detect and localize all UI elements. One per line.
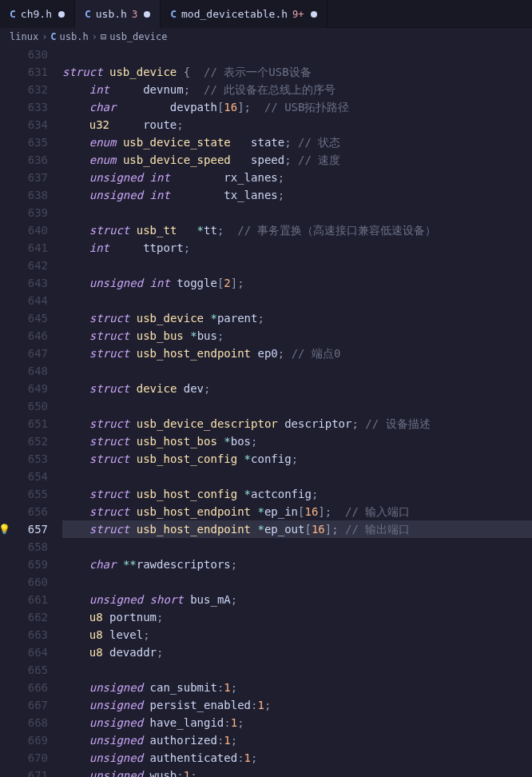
tab-label: mod_devicetable.h	[181, 8, 288, 20]
line-number: 647	[0, 345, 48, 362]
line-number: 668	[0, 714, 48, 731]
code-line[interactable]	[62, 661, 532, 679]
tab-badge: 9+	[292, 9, 304, 20]
line-number: 642	[0, 257, 48, 274]
code-line[interactable]: unsigned int rx_lanes;	[62, 169, 532, 186]
code-line[interactable]	[62, 292, 532, 309]
c-file-icon: C	[50, 31, 56, 42]
chevron-right-icon: ›	[92, 31, 97, 42]
tab-mod_devicetable-h[interactable]: Cmod_devicetable.h9+	[161, 0, 327, 28]
code-line[interactable]: u8 portnum;	[62, 608, 532, 626]
code-line[interactable]	[62, 204, 532, 221]
c-file-icon: C	[170, 8, 177, 20]
code-line[interactable]: struct usb_host_config *config;	[62, 450, 532, 468]
code-line[interactable]: unsigned short bus_mA;	[62, 591, 532, 608]
line-number: 638	[0, 186, 48, 204]
line-number: 662	[0, 608, 48, 626]
line-number: 633	[0, 98, 48, 116]
tab-badge: 3	[132, 9, 137, 20]
code-line[interactable]: unsigned authorized:1;	[62, 731, 532, 749]
tab-ch9-h[interactable]: Cch9.h	[0, 0, 75, 28]
code-line[interactable]: char devpath[16]; // USB拓扑路径	[62, 98, 532, 116]
code-line[interactable]: struct usb_host_config *actconfig;	[62, 485, 532, 503]
dirty-dot-icon	[144, 11, 150, 18]
line-number: 663	[0, 626, 48, 644]
line-number: 671	[0, 767, 48, 777]
bc-file: usb.h	[60, 31, 89, 42]
code-line[interactable]	[62, 538, 532, 556]
code-line[interactable]	[62, 257, 532, 274]
code-line[interactable]: enum usb_device_speed speed; // 速度	[62, 151, 532, 169]
code-line[interactable]: struct usb_device *parent;	[62, 309, 532, 327]
line-number: 649	[0, 380, 48, 397]
line-number: 653	[0, 450, 48, 468]
code-line[interactable]: struct usb_host_endpoint ep0; // 端点0	[62, 345, 532, 362]
code-line[interactable]: unsigned have_langid:1;	[62, 714, 532, 731]
code-line[interactable]: unsigned int tx_lanes;	[62, 186, 532, 204]
line-number: 636	[0, 151, 48, 169]
line-number: 658	[0, 538, 48, 556]
code-line[interactable]: unsigned persist_enabled:1;	[62, 696, 532, 714]
line-number: 669	[0, 731, 48, 749]
line-number: 652	[0, 432, 48, 450]
line-number: 666	[0, 679, 48, 696]
code-line[interactable]: struct usb_tt *tt; // 事务置换（高速接口兼容低速设备）	[62, 221, 532, 239]
lightbulb-icon[interactable]: 💡	[0, 520, 10, 538]
code-line[interactable]: u32 route;	[62, 116, 532, 133]
code-line[interactable]: unsigned int toggle[2];	[62, 274, 532, 292]
line-number: 648	[0, 362, 48, 380]
code-line[interactable]: struct usb_host_bos *bos;	[62, 432, 532, 450]
code-line[interactable]	[62, 573, 532, 591]
code-line[interactable]: enum usb_device_state state; // 状态	[62, 133, 532, 151]
line-number: 640	[0, 221, 48, 239]
line-number: 650	[0, 397, 48, 415]
code-line[interactable]: u8 devaddr;	[62, 644, 532, 661]
line-number: 665	[0, 661, 48, 679]
struct-icon: ⊟	[101, 31, 106, 42]
code-line[interactable]: int devnum; // 此设备在总线上的序号	[62, 81, 532, 98]
tab-label: ch9.h	[21, 8, 52, 20]
code-line[interactable]: unsigned can_submit:1;	[62, 679, 532, 696]
line-number: 660	[0, 573, 48, 591]
code-line[interactable]: struct usb_bus *bus;	[62, 327, 532, 345]
code-line[interactable]	[62, 468, 532, 485]
tab-usb-h[interactable]: Cusb.h3	[75, 0, 161, 28]
line-number: 631	[0, 63, 48, 81]
line-number: 661	[0, 591, 48, 608]
line-number: 670	[0, 749, 48, 767]
code-line[interactable]: struct usb_host_endpoint *ep_in[16]; // …	[62, 503, 532, 520]
code-line[interactable]: unsigned authenticated:1;	[62, 749, 532, 767]
chevron-right-icon: ›	[42, 31, 47, 42]
line-number: 657💡	[0, 520, 48, 538]
line-number: 656	[0, 503, 48, 520]
line-number: 644	[0, 292, 48, 309]
code-line[interactable]: u8 level;	[62, 626, 532, 644]
code-line[interactable]	[62, 362, 532, 380]
dirty-dot-icon	[311, 11, 317, 18]
line-number: 664	[0, 644, 48, 661]
code-line[interactable]: unsigned wusb:1;	[62, 767, 532, 777]
line-number: 655	[0, 485, 48, 503]
line-number: 634	[0, 116, 48, 133]
line-number: 645	[0, 309, 48, 327]
line-number: 630	[0, 46, 48, 63]
code-line[interactable]	[62, 397, 532, 415]
code-area[interactable]: struct usb_device { // 表示一个USB设备 int dev…	[62, 46, 532, 777]
tab-bar: Cch9.hCusb.h3Cmod_devicetable.h9+	[0, 0, 532, 28]
breadcrumb[interactable]: linux › C usb.h › ⊟ usb_device	[0, 28, 532, 46]
code-line[interactable]: struct usb_device_descriptor descriptor;…	[62, 415, 532, 432]
code-line[interactable]: struct device dev;	[62, 380, 532, 397]
line-number: 654	[0, 468, 48, 485]
line-number: 639	[0, 204, 48, 221]
c-file-icon: C	[10, 8, 16, 20]
editor[interactable]: 6306316326336346356366376386396406416426…	[0, 46, 532, 777]
code-line[interactable]: struct usb_device { // 表示一个USB设备	[62, 63, 532, 81]
line-number: 637	[0, 169, 48, 186]
code-line[interactable]: struct usb_host_endpoint *ep_out[16]; //…	[62, 520, 532, 538]
code-line[interactable]	[62, 46, 532, 63]
code-line[interactable]: int ttport;	[62, 239, 532, 257]
dirty-dot-icon	[58, 11, 65, 18]
bc-folder: linux	[10, 31, 38, 42]
code-line[interactable]: char **rawdescriptors;	[62, 556, 532, 573]
line-number: 646	[0, 327, 48, 345]
